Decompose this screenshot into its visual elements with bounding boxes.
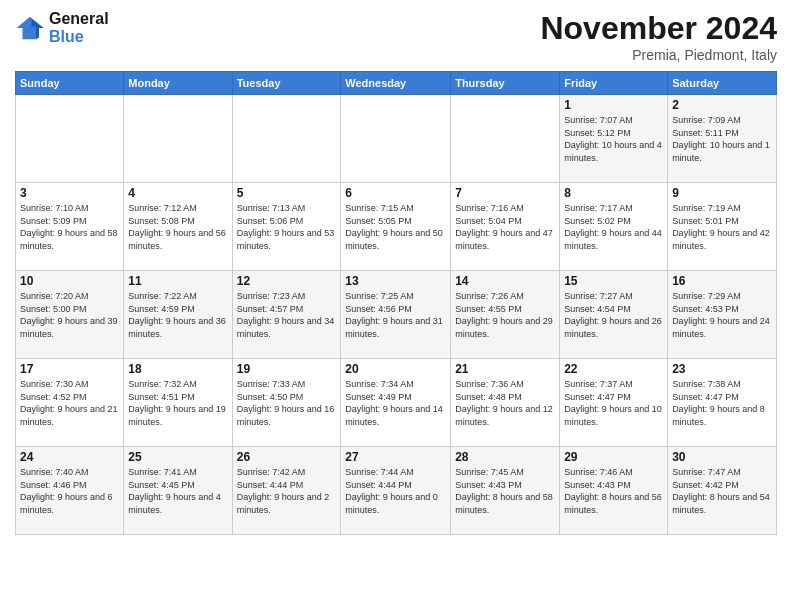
day-number: 27: [345, 450, 446, 464]
calendar-week-1: 1Sunrise: 7:07 AM Sunset: 5:12 PM Daylig…: [16, 95, 777, 183]
day-number: 13: [345, 274, 446, 288]
day-number: 10: [20, 274, 119, 288]
day-number: 21: [455, 362, 555, 376]
calendar-cell: 1Sunrise: 7:07 AM Sunset: 5:12 PM Daylig…: [560, 95, 668, 183]
location-subtitle: Premia, Piedmont, Italy: [540, 47, 777, 63]
day-detail: Sunrise: 7:23 AM Sunset: 4:57 PM Dayligh…: [237, 290, 337, 340]
day-number: 20: [345, 362, 446, 376]
calendar-week-3: 10Sunrise: 7:20 AM Sunset: 5:00 PM Dayli…: [16, 271, 777, 359]
logo: General Blue: [15, 10, 109, 46]
calendar-cell: 13Sunrise: 7:25 AM Sunset: 4:56 PM Dayli…: [341, 271, 451, 359]
day-detail: Sunrise: 7:10 AM Sunset: 5:09 PM Dayligh…: [20, 202, 119, 252]
day-number: 12: [237, 274, 337, 288]
day-detail: Sunrise: 7:32 AM Sunset: 4:51 PM Dayligh…: [128, 378, 227, 428]
day-detail: Sunrise: 7:16 AM Sunset: 5:04 PM Dayligh…: [455, 202, 555, 252]
calendar-cell: 2Sunrise: 7:09 AM Sunset: 5:11 PM Daylig…: [668, 95, 777, 183]
calendar-cell: 10Sunrise: 7:20 AM Sunset: 5:00 PM Dayli…: [16, 271, 124, 359]
weekday-header-tuesday: Tuesday: [232, 72, 341, 95]
calendar-cell: [232, 95, 341, 183]
day-detail: Sunrise: 7:46 AM Sunset: 4:43 PM Dayligh…: [564, 466, 663, 516]
calendar-cell: 17Sunrise: 7:30 AM Sunset: 4:52 PM Dayli…: [16, 359, 124, 447]
calendar-cell: 14Sunrise: 7:26 AM Sunset: 4:55 PM Dayli…: [451, 271, 560, 359]
calendar-cell: 28Sunrise: 7:45 AM Sunset: 4:43 PM Dayli…: [451, 447, 560, 535]
day-number: 15: [564, 274, 663, 288]
day-number: 17: [20, 362, 119, 376]
day-number: 16: [672, 274, 772, 288]
weekday-header-monday: Monday: [124, 72, 232, 95]
day-detail: Sunrise: 7:40 AM Sunset: 4:46 PM Dayligh…: [20, 466, 119, 516]
day-number: 26: [237, 450, 337, 464]
day-number: 18: [128, 362, 227, 376]
title-section: November 2024 Premia, Piedmont, Italy: [540, 10, 777, 63]
calendar-cell: 29Sunrise: 7:46 AM Sunset: 4:43 PM Dayli…: [560, 447, 668, 535]
day-detail: Sunrise: 7:27 AM Sunset: 4:54 PM Dayligh…: [564, 290, 663, 340]
day-detail: Sunrise: 7:41 AM Sunset: 4:45 PM Dayligh…: [128, 466, 227, 516]
day-number: 19: [237, 362, 337, 376]
weekday-header-friday: Friday: [560, 72, 668, 95]
day-detail: Sunrise: 7:12 AM Sunset: 5:08 PM Dayligh…: [128, 202, 227, 252]
day-detail: Sunrise: 7:20 AM Sunset: 5:00 PM Dayligh…: [20, 290, 119, 340]
calendar-cell: 9Sunrise: 7:19 AM Sunset: 5:01 PM Daylig…: [668, 183, 777, 271]
weekday-header-sunday: Sunday: [16, 72, 124, 95]
day-detail: Sunrise: 7:19 AM Sunset: 5:01 PM Dayligh…: [672, 202, 772, 252]
calendar-cell: 8Sunrise: 7:17 AM Sunset: 5:02 PM Daylig…: [560, 183, 668, 271]
calendar-cell: 26Sunrise: 7:42 AM Sunset: 4:44 PM Dayli…: [232, 447, 341, 535]
calendar-cell: 25Sunrise: 7:41 AM Sunset: 4:45 PM Dayli…: [124, 447, 232, 535]
day-detail: Sunrise: 7:30 AM Sunset: 4:52 PM Dayligh…: [20, 378, 119, 428]
day-number: 4: [128, 186, 227, 200]
calendar-cell: 16Sunrise: 7:29 AM Sunset: 4:53 PM Dayli…: [668, 271, 777, 359]
day-detail: Sunrise: 7:37 AM Sunset: 4:47 PM Dayligh…: [564, 378, 663, 428]
day-detail: Sunrise: 7:44 AM Sunset: 4:44 PM Dayligh…: [345, 466, 446, 516]
day-detail: Sunrise: 7:47 AM Sunset: 4:42 PM Dayligh…: [672, 466, 772, 516]
day-detail: Sunrise: 7:33 AM Sunset: 4:50 PM Dayligh…: [237, 378, 337, 428]
calendar-cell: 11Sunrise: 7:22 AM Sunset: 4:59 PM Dayli…: [124, 271, 232, 359]
calendar-cell: 4Sunrise: 7:12 AM Sunset: 5:08 PM Daylig…: [124, 183, 232, 271]
logo-icon: [15, 13, 45, 43]
day-detail: Sunrise: 7:34 AM Sunset: 4:49 PM Dayligh…: [345, 378, 446, 428]
day-detail: Sunrise: 7:36 AM Sunset: 4:48 PM Dayligh…: [455, 378, 555, 428]
day-detail: Sunrise: 7:13 AM Sunset: 5:06 PM Dayligh…: [237, 202, 337, 252]
day-detail: Sunrise: 7:42 AM Sunset: 4:44 PM Dayligh…: [237, 466, 337, 516]
calendar-cell: 12Sunrise: 7:23 AM Sunset: 4:57 PM Dayli…: [232, 271, 341, 359]
day-detail: Sunrise: 7:07 AM Sunset: 5:12 PM Dayligh…: [564, 114, 663, 164]
calendar-cell: 7Sunrise: 7:16 AM Sunset: 5:04 PM Daylig…: [451, 183, 560, 271]
weekday-header-thursday: Thursday: [451, 72, 560, 95]
calendar-cell: 30Sunrise: 7:47 AM Sunset: 4:42 PM Dayli…: [668, 447, 777, 535]
calendar-cell: 6Sunrise: 7:15 AM Sunset: 5:05 PM Daylig…: [341, 183, 451, 271]
day-number: 5: [237, 186, 337, 200]
calendar-cell: 20Sunrise: 7:34 AM Sunset: 4:49 PM Dayli…: [341, 359, 451, 447]
calendar-cell: 15Sunrise: 7:27 AM Sunset: 4:54 PM Dayli…: [560, 271, 668, 359]
day-number: 22: [564, 362, 663, 376]
calendar-week-4: 17Sunrise: 7:30 AM Sunset: 4:52 PM Dayli…: [16, 359, 777, 447]
calendar-body: 1Sunrise: 7:07 AM Sunset: 5:12 PM Daylig…: [16, 95, 777, 535]
weekday-header-wednesday: Wednesday: [341, 72, 451, 95]
day-detail: Sunrise: 7:09 AM Sunset: 5:11 PM Dayligh…: [672, 114, 772, 164]
page: General Blue November 2024 Premia, Piedm…: [0, 0, 792, 612]
calendar-cell: [341, 95, 451, 183]
day-detail: Sunrise: 7:25 AM Sunset: 4:56 PM Dayligh…: [345, 290, 446, 340]
calendar-cell: [451, 95, 560, 183]
day-number: 2: [672, 98, 772, 112]
calendar-header-row: SundayMondayTuesdayWednesdayThursdayFrid…: [16, 72, 777, 95]
calendar-cell: [16, 95, 124, 183]
calendar-week-5: 24Sunrise: 7:40 AM Sunset: 4:46 PM Dayli…: [16, 447, 777, 535]
day-number: 9: [672, 186, 772, 200]
day-number: 29: [564, 450, 663, 464]
calendar-cell: 24Sunrise: 7:40 AM Sunset: 4:46 PM Dayli…: [16, 447, 124, 535]
day-number: 8: [564, 186, 663, 200]
day-number: 1: [564, 98, 663, 112]
header: General Blue November 2024 Premia, Piedm…: [15, 10, 777, 63]
calendar-cell: 23Sunrise: 7:38 AM Sunset: 4:47 PM Dayli…: [668, 359, 777, 447]
calendar-cell: 19Sunrise: 7:33 AM Sunset: 4:50 PM Dayli…: [232, 359, 341, 447]
day-number: 25: [128, 450, 227, 464]
day-number: 3: [20, 186, 119, 200]
calendar-cell: [124, 95, 232, 183]
calendar-cell: 22Sunrise: 7:37 AM Sunset: 4:47 PM Dayli…: [560, 359, 668, 447]
calendar-table: SundayMondayTuesdayWednesdayThursdayFrid…: [15, 71, 777, 535]
day-number: 11: [128, 274, 227, 288]
day-detail: Sunrise: 7:17 AM Sunset: 5:02 PM Dayligh…: [564, 202, 663, 252]
day-number: 30: [672, 450, 772, 464]
day-detail: Sunrise: 7:22 AM Sunset: 4:59 PM Dayligh…: [128, 290, 227, 340]
calendar-cell: 27Sunrise: 7:44 AM Sunset: 4:44 PM Dayli…: [341, 447, 451, 535]
calendar-cell: 3Sunrise: 7:10 AM Sunset: 5:09 PM Daylig…: [16, 183, 124, 271]
